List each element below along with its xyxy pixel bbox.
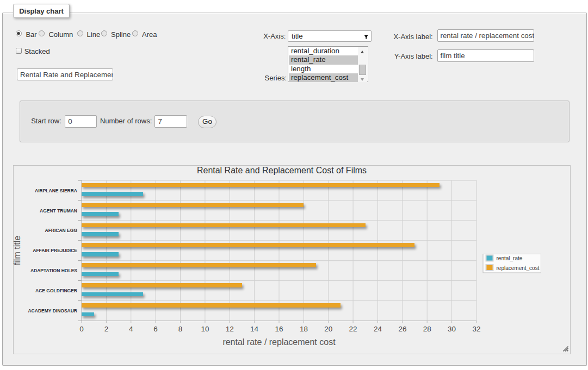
svg-text:22: 22 — [349, 325, 357, 333]
svg-text:18: 18 — [300, 325, 308, 333]
svg-text:AIRPLANE SIERRA: AIRPLANE SIERRA — [35, 188, 77, 193]
svg-text:Rental Rate and Replacement Co: Rental Rate and Replacement Cost of Film… — [197, 166, 367, 175]
svg-text:6: 6 — [153, 325, 158, 333]
svg-text:14: 14 — [250, 325, 259, 333]
svg-text:10: 10 — [201, 325, 209, 333]
svg-text:AFFAIR PREJUDICE: AFFAIR PREJUDICE — [33, 248, 77, 253]
svg-text:replacement_cost: replacement_cost — [497, 265, 540, 271]
svg-text:ACE GOLDFINGER: ACE GOLDFINGER — [35, 288, 77, 293]
svg-text:rental rate / replacement cost: rental rate / replacement cost — [222, 337, 336, 347]
svg-text:20: 20 — [324, 325, 332, 333]
svg-text:12: 12 — [226, 325, 234, 333]
svg-text:0: 0 — [79, 325, 84, 333]
svg-text:AGENT TRUMAN: AGENT TRUMAN — [40, 208, 77, 214]
svg-text:4: 4 — [129, 325, 133, 333]
svg-text:ADAPTATION HOLES: ADAPTATION HOLES — [30, 268, 77, 273]
svg-text:26: 26 — [398, 325, 406, 333]
svg-text:ACADEMY DINOSAUR: ACADEMY DINOSAUR — [28, 308, 77, 313]
svg-text:28: 28 — [423, 325, 431, 333]
svg-text:rental_rate: rental_rate — [497, 255, 523, 261]
svg-text:32: 32 — [472, 325, 480, 333]
svg-text:film title: film title — [13, 236, 22, 265]
svg-text:24: 24 — [374, 325, 382, 333]
svg-text:8: 8 — [178, 325, 183, 333]
svg-text:AFRICAN EGG: AFRICAN EGG — [45, 228, 78, 233]
svg-text:16: 16 — [275, 325, 283, 333]
svg-text:2: 2 — [104, 325, 109, 333]
svg-text:30: 30 — [448, 325, 456, 333]
